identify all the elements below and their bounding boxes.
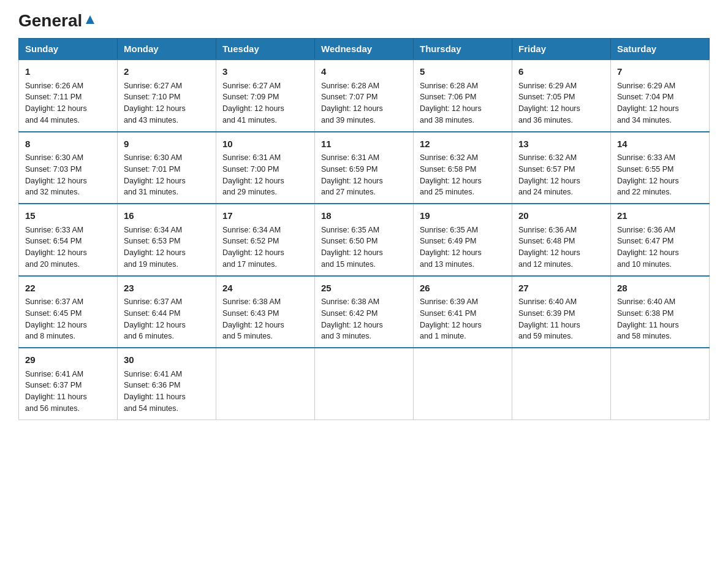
day-info: Sunrise: 6:28 AMSunset: 7:06 PMDaylight:… [420, 80, 506, 126]
calendar-cell: 10Sunrise: 6:31 AMSunset: 7:00 PMDayligh… [216, 132, 315, 204]
calendar-cell: 13Sunrise: 6:32 AMSunset: 6:57 PMDayligh… [512, 132, 611, 204]
day-info: Sunrise: 6:39 AMSunset: 6:41 PMDaylight:… [420, 296, 506, 342]
day-info: Sunrise: 6:36 AMSunset: 6:47 PMDaylight:… [617, 224, 703, 270]
day-info: Sunrise: 6:34 AMSunset: 6:52 PMDaylight:… [222, 224, 308, 270]
calendar-cell: 20Sunrise: 6:36 AMSunset: 6:48 PMDayligh… [512, 204, 611, 276]
day-number: 23 [124, 282, 210, 296]
calendar-cell [512, 348, 611, 419]
calendar-cell [414, 348, 512, 419]
day-number: 11 [321, 137, 407, 151]
day-info: Sunrise: 6:40 AMSunset: 6:38 PMDaylight:… [617, 296, 703, 342]
day-number: 20 [518, 209, 604, 223]
col-header-tuesday: Tuesday [216, 39, 315, 60]
day-info: Sunrise: 6:32 AMSunset: 6:57 PMDaylight:… [518, 152, 604, 198]
day-info: Sunrise: 6:37 AMSunset: 6:44 PMDaylight:… [124, 296, 210, 342]
calendar-cell: 11Sunrise: 6:31 AMSunset: 6:59 PMDayligh… [315, 132, 414, 204]
day-number: 2 [124, 65, 210, 79]
day-info: Sunrise: 6:27 AMSunset: 7:09 PMDaylight:… [222, 80, 308, 126]
page-header: General [18, 12, 710, 27]
day-number: 5 [420, 65, 506, 79]
calendar-cell: 30Sunrise: 6:41 AMSunset: 6:36 PMDayligh… [118, 348, 216, 419]
calendar-header-row: SundayMondayTuesdayWednesdayThursdayFrid… [19, 39, 710, 60]
day-info: Sunrise: 6:35 AMSunset: 6:50 PMDaylight:… [321, 224, 407, 270]
calendar-week-row: 22Sunrise: 6:37 AMSunset: 6:45 PMDayligh… [19, 276, 710, 348]
day-number: 28 [617, 282, 703, 296]
calendar-cell: 5Sunrise: 6:28 AMSunset: 7:06 PMDaylight… [414, 59, 512, 132]
day-number: 10 [222, 137, 308, 151]
day-number: 26 [420, 282, 506, 296]
calendar-table: SundayMondayTuesdayWednesdayThursdayFrid… [18, 38, 710, 420]
calendar-cell: 4Sunrise: 6:28 AMSunset: 7:07 PMDaylight… [315, 59, 414, 132]
calendar-cell: 24Sunrise: 6:38 AMSunset: 6:43 PMDayligh… [216, 276, 315, 348]
calendar-cell: 19Sunrise: 6:35 AMSunset: 6:49 PMDayligh… [414, 204, 512, 276]
day-number: 4 [321, 65, 407, 79]
day-number: 6 [518, 65, 604, 79]
day-info: Sunrise: 6:40 AMSunset: 6:39 PMDaylight:… [518, 296, 604, 342]
calendar-cell: 22Sunrise: 6:37 AMSunset: 6:45 PMDayligh… [19, 276, 118, 348]
svg-marker-0 [86, 15, 94, 24]
calendar-cell: 7Sunrise: 6:29 AMSunset: 7:04 PMDaylight… [611, 59, 710, 132]
calendar-cell: 15Sunrise: 6:33 AMSunset: 6:54 PMDayligh… [19, 204, 118, 276]
calendar-cell: 16Sunrise: 6:34 AMSunset: 6:53 PMDayligh… [118, 204, 216, 276]
day-number: 8 [25, 137, 111, 151]
day-number: 15 [25, 209, 111, 223]
col-header-saturday: Saturday [611, 39, 710, 60]
day-info: Sunrise: 6:38 AMSunset: 6:43 PMDaylight:… [222, 296, 308, 342]
day-number: 14 [617, 137, 703, 151]
day-info: Sunrise: 6:33 AMSunset: 6:55 PMDaylight:… [617, 152, 703, 198]
col-header-wednesday: Wednesday [315, 39, 414, 60]
calendar-cell: 9Sunrise: 6:30 AMSunset: 7:01 PMDaylight… [118, 132, 216, 204]
col-header-friday: Friday [512, 39, 611, 60]
calendar-cell: 18Sunrise: 6:35 AMSunset: 6:50 PMDayligh… [315, 204, 414, 276]
day-info: Sunrise: 6:41 AMSunset: 6:36 PMDaylight:… [124, 369, 210, 415]
day-number: 7 [617, 65, 703, 79]
calendar-cell: 29Sunrise: 6:41 AMSunset: 6:37 PMDayligh… [19, 348, 118, 419]
day-number: 22 [25, 282, 111, 296]
day-number: 19 [420, 209, 506, 223]
calendar-cell [216, 348, 315, 419]
logo: General [18, 12, 97, 27]
calendar-week-row: 1Sunrise: 6:26 AMSunset: 7:11 PMDaylight… [19, 59, 710, 132]
day-number: 17 [222, 209, 308, 223]
day-info: Sunrise: 6:36 AMSunset: 6:48 PMDaylight:… [518, 224, 604, 270]
day-info: Sunrise: 6:27 AMSunset: 7:10 PMDaylight:… [124, 80, 210, 126]
day-info: Sunrise: 6:31 AMSunset: 6:59 PMDaylight:… [321, 152, 407, 198]
logo-triangle-icon [83, 13, 97, 26]
calendar-cell: 23Sunrise: 6:37 AMSunset: 6:44 PMDayligh… [118, 276, 216, 348]
calendar-cell: 14Sunrise: 6:33 AMSunset: 6:55 PMDayligh… [611, 132, 710, 204]
calendar-cell: 25Sunrise: 6:38 AMSunset: 6:42 PMDayligh… [315, 276, 414, 348]
day-info: Sunrise: 6:29 AMSunset: 7:04 PMDaylight:… [617, 80, 703, 126]
day-info: Sunrise: 6:34 AMSunset: 6:53 PMDaylight:… [124, 224, 210, 270]
day-info: Sunrise: 6:26 AMSunset: 7:11 PMDaylight:… [25, 80, 111, 126]
day-number: 1 [25, 65, 111, 79]
col-header-sunday: Sunday [19, 39, 118, 60]
calendar-cell: 12Sunrise: 6:32 AMSunset: 6:58 PMDayligh… [414, 132, 512, 204]
calendar-cell [611, 348, 710, 419]
calendar-cell: 26Sunrise: 6:39 AMSunset: 6:41 PMDayligh… [414, 276, 512, 348]
day-info: Sunrise: 6:37 AMSunset: 6:45 PMDaylight:… [25, 296, 111, 342]
calendar-cell: 2Sunrise: 6:27 AMSunset: 7:10 PMDaylight… [118, 59, 216, 132]
calendar-week-row: 8Sunrise: 6:30 AMSunset: 7:03 PMDaylight… [19, 132, 710, 204]
calendar-cell: 17Sunrise: 6:34 AMSunset: 6:52 PMDayligh… [216, 204, 315, 276]
calendar-cell: 6Sunrise: 6:29 AMSunset: 7:05 PMDaylight… [512, 59, 611, 132]
calendar-cell: 8Sunrise: 6:30 AMSunset: 7:03 PMDaylight… [19, 132, 118, 204]
col-header-monday: Monday [118, 39, 216, 60]
day-info: Sunrise: 6:35 AMSunset: 6:49 PMDaylight:… [420, 224, 506, 270]
day-number: 13 [518, 137, 604, 151]
day-info: Sunrise: 6:28 AMSunset: 7:07 PMDaylight:… [321, 80, 407, 126]
day-number: 12 [420, 137, 506, 151]
day-number: 25 [321, 282, 407, 296]
day-info: Sunrise: 6:29 AMSunset: 7:05 PMDaylight:… [518, 80, 604, 126]
calendar-cell: 1Sunrise: 6:26 AMSunset: 7:11 PMDaylight… [19, 59, 118, 132]
calendar-cell: 27Sunrise: 6:40 AMSunset: 6:39 PMDayligh… [512, 276, 611, 348]
day-info: Sunrise: 6:30 AMSunset: 7:01 PMDaylight:… [124, 152, 210, 198]
col-header-thursday: Thursday [414, 39, 512, 60]
day-number: 16 [124, 209, 210, 223]
day-number: 29 [25, 353, 111, 367]
day-number: 21 [617, 209, 703, 223]
calendar-cell: 28Sunrise: 6:40 AMSunset: 6:38 PMDayligh… [611, 276, 710, 348]
day-number: 30 [124, 353, 210, 367]
day-number: 9 [124, 137, 210, 151]
day-number: 24 [222, 282, 308, 296]
day-number: 18 [321, 209, 407, 223]
